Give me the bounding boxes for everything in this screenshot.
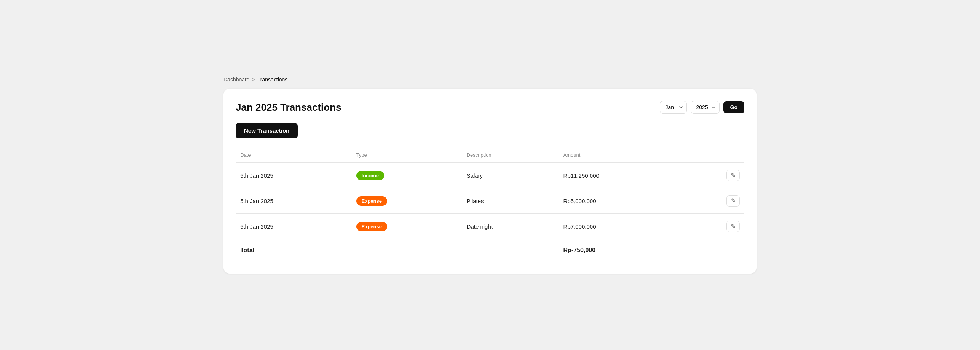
edit-button-0[interactable]: ✎: [726, 170, 740, 181]
main-card: Jan 2025 Transactions Jan Feb Mar Apr Ma…: [223, 89, 757, 274]
type-badge-0: Income: [356, 171, 385, 180]
transactions-table: Date Type Description Amount 5th Jan 202…: [236, 149, 744, 261]
table-header: Date Type Description Amount: [236, 149, 744, 163]
go-button[interactable]: Go: [723, 101, 744, 113]
cell-description-1: Pilates: [462, 188, 559, 214]
cell-type-0: Income: [352, 163, 462, 188]
breadcrumb-current: Transactions: [257, 76, 288, 83]
table-row: 5th Jan 2025 Income Salary Rp11,250,000 …: [236, 163, 744, 188]
cell-amount-1: Rp5,000,000: [559, 188, 683, 214]
col-header-type: Type: [352, 149, 462, 163]
cell-action-2: ✎: [683, 214, 744, 239]
cell-date-2: 5th Jan 2025: [236, 214, 352, 239]
type-badge-1: Expense: [356, 196, 387, 206]
year-select[interactable]: 2023 2024 2025 2026: [691, 101, 720, 114]
cell-description-0: Salary: [462, 163, 559, 188]
cell-type-1: Expense: [352, 188, 462, 214]
col-header-date: Date: [236, 149, 352, 163]
table-row: 5th Jan 2025 Expense Date night Rp7,000,…: [236, 214, 744, 239]
cell-action-1: ✎: [683, 188, 744, 214]
cell-amount-0: Rp11,250,000: [559, 163, 683, 188]
card-header: Jan 2025 Transactions Jan Feb Mar Apr Ma…: [236, 101, 744, 114]
breadcrumb-home[interactable]: Dashboard: [223, 76, 250, 83]
col-header-actions: [683, 149, 744, 163]
cell-type-2: Expense: [352, 214, 462, 239]
edit-button-2[interactable]: ✎: [726, 221, 740, 232]
page-title: Jan 2025 Transactions: [236, 102, 341, 113]
cell-date-0: 5th Jan 2025: [236, 163, 352, 188]
type-badge-2: Expense: [356, 222, 387, 231]
cell-date-1: 5th Jan 2025: [236, 188, 352, 214]
col-header-amount: Amount: [559, 149, 683, 163]
cell-action-0: ✎: [683, 163, 744, 188]
total-row: Total Rp-750,000: [236, 239, 744, 262]
total-amount: Rp-750,000: [559, 239, 683, 262]
total-label: Total: [236, 239, 352, 262]
breadcrumb-separator: >: [252, 76, 255, 83]
breadcrumb: Dashboard > Transactions: [223, 76, 757, 83]
new-transaction-button[interactable]: New Transaction: [236, 123, 298, 138]
table-row: 5th Jan 2025 Expense Pilates Rp5,000,000…: [236, 188, 744, 214]
new-transaction-wrapper: New Transaction: [236, 123, 744, 149]
cell-description-2: Date night: [462, 214, 559, 239]
month-select[interactable]: Jan Feb Mar Apr May Jun Jul Aug Sep Oct …: [660, 101, 687, 114]
header-controls: Jan Feb Mar Apr May Jun Jul Aug Sep Oct …: [660, 101, 744, 114]
col-header-description: Description: [462, 149, 559, 163]
edit-button-1[interactable]: ✎: [726, 195, 740, 207]
cell-amount-2: Rp7,000,000: [559, 214, 683, 239]
